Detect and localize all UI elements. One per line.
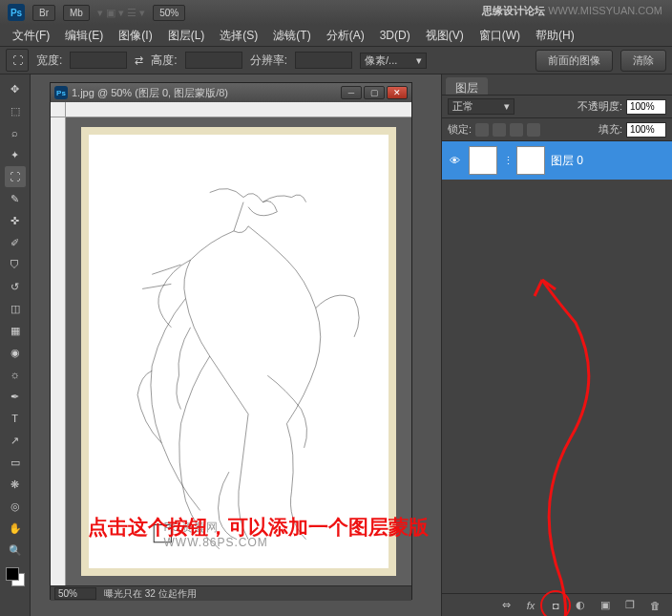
new-layer-icon[interactable]: ❐	[622, 598, 638, 613]
add-mask-icon[interactable]: ◘	[548, 598, 563, 613]
doc-status-bar: 50% 曝光只在 32 位起作用	[51, 585, 411, 601]
minimize-button[interactable]: ─	[341, 86, 362, 99]
3d-tool[interactable]: ❋	[5, 474, 26, 495]
menu-layer[interactable]: 图层(L)	[161, 26, 212, 46]
mb-button[interactable]: Mb	[63, 5, 90, 21]
menu-image[interactable]: 图像(I)	[112, 26, 158, 46]
layer-list: 👁 ⋮ 图层 0	[442, 141, 672, 562]
color-swatch[interactable]	[6, 567, 25, 586]
canvas[interactable]: PS资源网 WWW.86PS.COM	[81, 127, 396, 576]
width-label: 宽度:	[36, 53, 62, 69]
opacity-input[interactable]: 100%	[626, 99, 666, 115]
menu-3d[interactable]: 3D(D)	[373, 27, 417, 44]
br-button[interactable]: Br	[32, 5, 55, 21]
heal-tool[interactable]: ✜	[5, 210, 26, 231]
group-icon[interactable]: ▣	[598, 598, 613, 613]
ps-logo: Ps	[8, 4, 25, 21]
watermark: 思缘设计论坛 WWW.MISSYUAN.COM	[482, 4, 662, 18]
hand-tool[interactable]: ✋	[5, 518, 26, 539]
zoom-level[interactable]: 50%	[153, 5, 185, 21]
stamp-tool[interactable]: ⛉	[5, 254, 26, 275]
menu-analysis[interactable]: 分析(A)	[320, 26, 371, 46]
zoom-field[interactable]: 50%	[54, 587, 96, 600]
mask-thumb[interactable]	[516, 146, 545, 175]
fill-label: 填充:	[598, 122, 622, 137]
options-bar: ⛶ 宽度: ⇄ 高度: 分辨率: 像素/...▾ 前面的图像 清除	[0, 46, 672, 74]
pen-tool[interactable]: ✒	[5, 386, 26, 407]
toolbar: ✥ ⬚ ⌕ ✦ ⛶ ✎ ✜ ✐ ⛉ ↺ ◫ ▦ ◉ ☼ ✒ T ↗ ▭ ❋ ◎ …	[0, 74, 31, 616]
menu-window[interactable]: 窗口(W)	[472, 26, 527, 46]
camera-tool[interactable]: ◎	[5, 496, 26, 517]
eraser-tool[interactable]: ◫	[5, 298, 26, 319]
swap-icon[interactable]: ⇄	[135, 54, 143, 67]
ruler-horizontal[interactable]	[66, 102, 411, 117]
lock-icons[interactable]	[475, 123, 540, 137]
app-titlebar: Ps Br Mb ▾ ▣ ▾ ☰ ▾ 50% 思缘设计论坛 WWW.MISSYU…	[0, 0, 672, 25]
crop-tool-icon[interactable]: ⛶	[6, 49, 29, 72]
blend-mode-select[interactable]: 正常▾	[448, 98, 514, 115]
height-label: 高度:	[151, 53, 177, 69]
height-input[interactable]	[185, 52, 242, 69]
layers-tab[interactable]: 图层	[446, 77, 488, 95]
layers-footer: ⇔ fx ◘ ◐ ▣ ❐ 🗑	[442, 593, 672, 616]
adjustment-icon[interactable]: ◐	[573, 598, 588, 613]
type-tool[interactable]: T	[5, 408, 26, 429]
lock-label: 锁定:	[448, 122, 472, 137]
history-brush-tool[interactable]: ↺	[5, 276, 26, 297]
menu-edit[interactable]: 编辑(E)	[58, 26, 110, 46]
eyedropper-tool[interactable]: ✎	[5, 188, 26, 209]
link-icon: ⋮	[503, 155, 511, 167]
gradient-tool[interactable]: ▦	[5, 320, 26, 341]
brush-tool[interactable]: ✐	[5, 232, 26, 253]
blur-tool[interactable]: ◉	[5, 342, 26, 363]
crop-tool[interactable]: ⛶	[5, 166, 26, 187]
dodge-tool[interactable]: ☼	[5, 364, 26, 385]
document-area: Ps1.jpg @ 50% (图层 0, 图层蒙版/8) ─ ▢ ✕	[31, 74, 441, 616]
sep: ▾ ▣ ▾ ☰ ▾	[97, 7, 145, 19]
marquee-tool[interactable]: ⬚	[5, 100, 26, 121]
path-tool[interactable]: ↗	[5, 430, 26, 451]
unit-select[interactable]: 像素/...▾	[360, 53, 427, 69]
lasso-tool[interactable]: ⌕	[5, 122, 26, 143]
width-input[interactable]	[70, 52, 127, 69]
front-image-button[interactable]: 前面的图像	[536, 50, 613, 72]
menubar: 文件(F) 编辑(E) 图像(I) 图层(L) 选择(S) 滤镜(T) 分析(A…	[0, 25, 672, 46]
menu-filter[interactable]: 滤镜(T)	[266, 26, 317, 46]
eye-icon[interactable]: 👁	[446, 152, 463, 169]
layer-thumb[interactable]	[469, 146, 497, 175]
annotation-text: 点击这个按钮，可以添加一个图层蒙版	[88, 514, 429, 541]
menu-file[interactable]: 文件(F)	[6, 26, 56, 46]
maximize-button[interactable]: ▢	[364, 86, 385, 99]
layers-panel: 图层 正常▾ 不透明度: 100% 锁定: 填充: 100% 👁 ⋮	[441, 74, 672, 616]
layer-item[interactable]: 👁 ⋮ 图层 0	[442, 141, 672, 180]
layer-name[interactable]: 图层 0	[551, 153, 583, 169]
zoom-tool[interactable]: 🔍	[5, 540, 26, 561]
move-tool[interactable]: ✥	[5, 78, 26, 99]
ruler-vertical[interactable]	[51, 117, 66, 585]
status-text: 曝光只在 32 位起作用	[104, 587, 197, 601]
doc-titlebar[interactable]: Ps1.jpg @ 50% (图层 0, 图层蒙版/8) ─ ▢ ✕	[51, 83, 411, 102]
wand-tool[interactable]: ✦	[5, 144, 26, 165]
fx-icon[interactable]: fx	[523, 598, 538, 613]
menu-select[interactable]: 选择(S)	[213, 26, 264, 46]
close-button[interactable]: ✕	[387, 86, 408, 99]
opacity-label: 不透明度:	[578, 99, 622, 114]
shape-tool[interactable]: ▭	[5, 452, 26, 473]
menu-help[interactable]: 帮助(H)	[529, 26, 581, 46]
resolution-input[interactable]	[295, 52, 352, 69]
menu-view[interactable]: 视图(V)	[419, 26, 471, 46]
fill-input[interactable]: 100%	[626, 122, 666, 138]
resolution-label: 分辨率:	[250, 53, 287, 69]
link-layers-icon[interactable]: ⇔	[498, 598, 514, 613]
clear-button[interactable]: 清除	[620, 50, 666, 72]
trash-icon[interactable]: 🗑	[647, 598, 662, 613]
